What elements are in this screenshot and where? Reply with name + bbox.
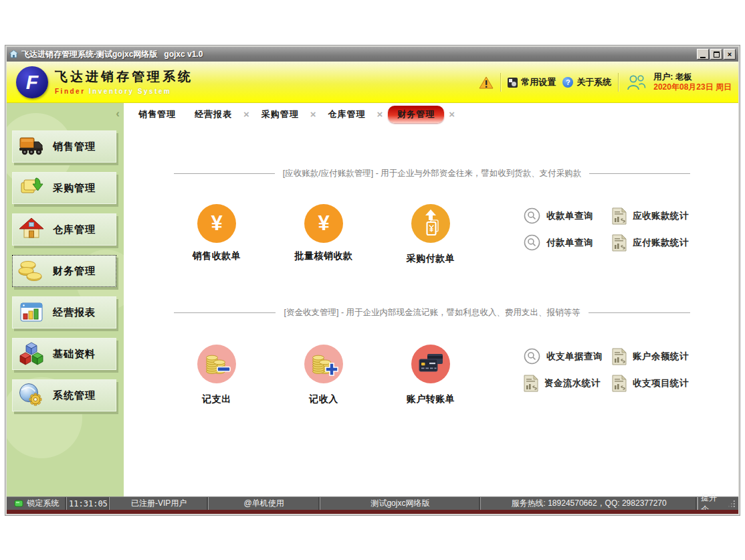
divider-line [174,312,276,313]
minimize-icon [700,57,706,58]
yen-glyph: ¥ [211,211,222,236]
sidebar-item-reports[interactable]: 经营报表 [12,296,116,329]
status-hotline: 服务热线: 18924570662，QQ: 2982377270 [481,497,698,510]
tab-warehouse[interactable]: 仓库管理 × [322,106,383,123]
yen-glyph: ¥ [318,211,329,236]
divider-line [589,312,690,313]
close-icon: × [728,51,732,58]
tab-purchase[interactable]: 采购管理 × [255,106,316,123]
link-income-expense-item-stats[interactable]: 收支项目统计 [612,375,689,392]
report-icon [612,234,627,252]
resize-grip-icon[interactable] [728,500,736,508]
sidebar-collapse-icon[interactable]: ‹ [116,107,120,120]
tab-close-icon[interactable]: × [449,109,455,119]
status-promo[interactable]: 提升企 [698,497,738,510]
logo-letter: F [26,71,38,94]
status-mode: @单机使用 [209,497,320,510]
section-title: [应收账款/应付账款管理] - 用于企业与外部资金往来，譬如收到货款、支付采购款 [275,168,590,179]
sidebar-item-warehouse[interactable]: 仓库管理 [12,213,116,246]
user-info: 用户: 老板 2020年08月23日 周日 [653,72,732,93]
divider-line [174,173,275,174]
sidebar-item-label: 经营报表 [53,306,96,319]
close-button[interactable]: × [724,49,736,60]
sidebar-item-basedata[interactable]: 基础资料 [12,338,116,370]
minimize-button[interactable] [697,49,709,60]
date-label: 2020年08月23日 周日 [653,82,732,92]
coins-icon [18,258,45,284]
sidebar-item-label: 系统管理 [53,389,96,402]
window-bottom-edge [7,510,738,514]
maximize-button[interactable] [710,49,722,60]
link-receipt-query[interactable]: 收款单查询 [524,207,593,224]
main-panel: [应收账款/应付账款管理] - 用于企业与外部资金往来，譬如收到货款、支付采购款… [124,125,738,496]
big-item-label: 账户转账单 [390,393,471,405]
tabbar: 销售管理 经营报表 × 采购管理 × 仓库管理 × 财务管理 × [124,103,738,125]
tab-finance[interactable]: 财务管理 × [388,106,455,123]
titlebar[interactable]: 飞达进销存管理系统-测试gojxc网络版 gojxc v1.0 × [7,47,738,62]
link-label: 账户余额统计 [633,351,689,363]
sidebar-item-label: 仓库管理 [53,223,96,236]
sidebar-item-sales[interactable]: 销售管理 [12,130,116,163]
link-cashflow-doc-query[interactable]: 收支单据查询 [524,348,603,365]
big-item-purchase-payment[interactable]: 采购付款单 [390,204,471,265]
big-item-account-transfer[interactable]: 账户转账单 [390,345,471,405]
window-title: 飞达进销存管理系统-测试gojxc网络版 gojxc v1.0 [21,49,203,60]
tab-close-icon[interactable]: × [310,109,316,119]
header-divider [618,73,619,92]
app-subtitle-finder: Finder [55,88,86,95]
status-license: 已注册-VIP用户 [110,497,208,510]
about-button[interactable]: ? 关于系统 [562,76,611,88]
statusbar: 锁定系统 11:31:05 已注册-VIP用户 @单机使用 测试gojxc网络版… [7,496,738,510]
tab-reports[interactable]: 经营报表 × [188,106,249,123]
settings-icon [508,78,518,88]
tab-close-icon[interactable]: × [377,109,383,119]
link-payables-stats[interactable]: 应付账款统计 [612,234,689,252]
cubes-icon [18,341,45,367]
link-payment-query[interactable]: 付款单查询 [524,234,593,251]
content-region: ‹ 销售管理 采购管理 [7,103,738,496]
link-receivables-stats[interactable]: 应收账款统计 [612,207,689,225]
link-cashflow-stats[interactable]: 资金流水统计 [524,375,601,392]
link-label: 收支单据查询 [546,351,603,363]
sidebar-item-finance[interactable]: 财务管理 [12,255,116,287]
link-label: 收款单查询 [546,210,593,222]
lock-icon [14,500,23,507]
big-item-sales-receipt[interactable]: ¥ 销售收款单 [176,204,257,262]
app-name: 飞达进销存管理系统 [55,68,193,86]
big-item-label: 记收入 [283,393,364,405]
tab-sales[interactable]: 销售管理 [132,106,183,123]
sidebar-item-label: 销售管理 [53,141,96,153]
app-subtitle-rest: Inventory System [89,88,171,95]
tab-close-icon[interactable]: × [243,109,249,119]
search-icon [524,207,540,224]
link-account-balance-stats[interactable]: 账户余额统计 [612,348,689,365]
divider-line [589,173,690,174]
big-item-label: 批量核销收款 [283,250,364,262]
report-icon [612,348,627,365]
section-header-receivables: [应收账款/应付账款管理] - 用于企业与外部资金往来，譬如收到货款、支付采购款 [174,168,690,179]
globe-gear-icon [18,382,45,409]
sidebar-item-purchase[interactable]: 采购管理 [12,172,116,204]
big-item-label: 销售收款单 [176,250,257,262]
app-logo: F [16,66,48,98]
about-label: 关于系统 [576,76,611,88]
link-label: 应付账款统计 [633,237,689,249]
link-label: 收支项目统计 [633,377,689,389]
search-icon [524,348,540,365]
big-item-batch-writeoff[interactable]: ¥ 批量核销收款 [283,204,364,262]
settings-button[interactable]: 常用设置 [508,76,556,88]
big-item-label: 记支出 [176,393,257,405]
settings-label: 常用设置 [521,76,556,88]
user-label: 用户: 老板 [653,72,732,83]
tab-label: 仓库管理 [322,106,372,123]
big-item-record-income[interactable]: 记收入 [283,345,364,405]
sidebar: ‹ 销售管理 采购管理 [7,103,124,496]
home-icon [9,50,18,58]
link-label: 付款单查询 [546,237,593,249]
warning-icon[interactable] [479,76,494,89]
truck-icon [18,133,45,160]
pay-upload-icon [411,204,450,243]
sidebar-item-system[interactable]: 系统管理 [12,379,116,411]
big-item-record-expense[interactable]: 记支出 [176,345,257,405]
lock-system-button[interactable]: 锁定系统 [7,497,67,510]
